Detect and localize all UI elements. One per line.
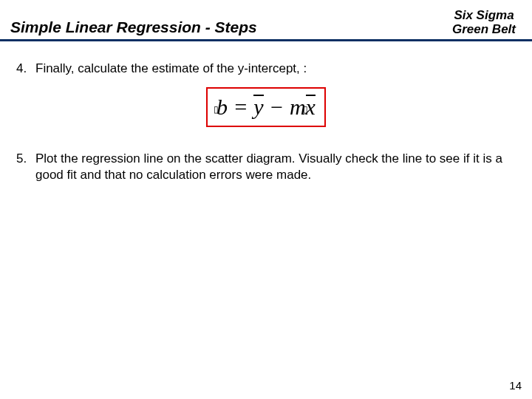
step-4: 4. Finally, calculate the estimate of th…	[16, 61, 516, 77]
eq-xbar: x	[306, 93, 316, 120]
page-number: 14	[509, 379, 522, 392]
equation-box: ▯b = y − m▯x	[206, 87, 326, 127]
content-area: 4. Finally, calculate the estimate of th…	[0, 41, 532, 183]
equation: ▯b = y − m▯x	[216, 95, 316, 119]
eq-ybar: y	[253, 93, 263, 120]
slide-header: Simple Linear Regression - Steps Six Sig…	[0, 0, 532, 39]
equation-wrapper: ▯b = y − m▯x	[16, 87, 516, 127]
eq-equals: =	[228, 95, 253, 119]
step-4-number: 4.	[16, 61, 30, 77]
brand-line-1: Six Sigma	[452, 9, 516, 23]
step-5-text: Plot the regression line on the scatter …	[35, 151, 516, 183]
page-title: Simple Linear Regression - Steps	[10, 18, 257, 36]
step-5: 5. Plot the regression line on the scatt…	[16, 151, 516, 183]
step-4-text: Finally, calculate the estimate of the y…	[35, 61, 307, 77]
brand-line-2: Green Belt	[452, 23, 516, 37]
brand-block: Six Sigma Green Belt	[452, 9, 516, 36]
step-5-number: 5.	[16, 151, 30, 183]
eq-minus: −	[264, 95, 290, 119]
